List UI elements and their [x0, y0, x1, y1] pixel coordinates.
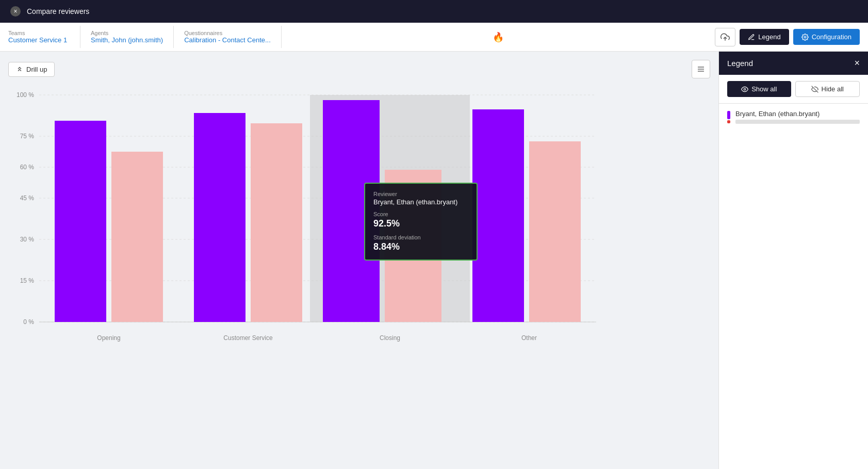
legend-items: Bryant, Ethan (ethan.bryant)	[719, 104, 868, 469]
show-all-button[interactable]: Show all	[727, 81, 791, 97]
bar-customer-pink[interactable]	[251, 123, 302, 322]
svg-text:Customer Service: Customer Service	[223, 334, 273, 342]
bar-chart: 100 % 75 % 60 % 45 % 30 % 15 % 0 % Openi…	[8, 85, 607, 374]
svg-text:Closing: Closing	[380, 334, 400, 342]
legend-swatch-red	[727, 120, 730, 123]
legend-item-sub-bar	[735, 120, 860, 124]
chart-container: 100 % 75 % 60 % 45 % 30 % 15 % 0 % Openi…	[8, 85, 710, 455]
agents-label: Agents	[91, 30, 163, 36]
svg-text:15 %: 15 %	[20, 277, 35, 284]
svg-point-1	[804, 36, 806, 38]
legend-item: Bryant, Ethan (ethan.bryant)	[727, 110, 860, 124]
teams-label: Teams	[8, 30, 70, 36]
legend-item-name: Bryant, Ethan (ethan.bryant)	[735, 110, 860, 118]
svg-point-24	[744, 88, 746, 90]
svg-text:30 %: 30 %	[20, 236, 35, 243]
close-button[interactable]: ×	[10, 6, 21, 17]
svg-text:45 %: 45 %	[20, 195, 35, 202]
legend-header: Legend ×	[719, 52, 868, 75]
hide-all-label: Hide all	[822, 85, 844, 93]
upload-button[interactable]	[715, 28, 735, 46]
bar-closing-purple[interactable]	[323, 100, 380, 322]
svg-text:100 %: 100 %	[17, 91, 34, 99]
main-content: Drill up 100 %	[0, 52, 868, 469]
show-all-label: Show all	[751, 85, 777, 93]
title-bar-title: Compare reviewers	[27, 7, 89, 15]
list-view-button[interactable]	[692, 60, 710, 78]
chart-area: Drill up 100 %	[0, 52, 718, 469]
bar-opening-pink[interactable]	[111, 152, 163, 322]
filter-bar-actions: Legend Configuration	[715, 28, 860, 46]
svg-text:0 %: 0 %	[23, 318, 34, 326]
filter-bar: Teams Customer Service 1 Agents Smith, J…	[0, 23, 868, 52]
filter-fire-icon[interactable]: 🔥	[484, 31, 512, 43]
legend-color-bar	[727, 111, 730, 123]
questionnaires-label: Questionnaires	[184, 30, 271, 36]
legend-close-button[interactable]: ×	[854, 58, 860, 69]
questionnaires-filter[interactable]: Questionnaires Calibration - Contact Cen…	[174, 26, 282, 48]
bar-other-pink[interactable]	[529, 141, 581, 322]
svg-text:60 %: 60 %	[20, 164, 35, 171]
bar-customer-purple[interactable]	[194, 113, 245, 322]
svg-text:Opening: Opening	[97, 334, 120, 342]
svg-text:Other: Other	[521, 334, 537, 342]
teams-filter[interactable]: Teams Customer Service 1	[8, 26, 80, 48]
bar-other-purple[interactable]	[472, 109, 524, 322]
configuration-button[interactable]: Configuration	[793, 29, 860, 45]
hide-all-button[interactable]: Hide all	[795, 81, 860, 97]
agents-filter[interactable]: Agents Smith, John (john.smith)	[80, 26, 174, 48]
legend-item-content: Bryant, Ethan (ethan.bryant)	[735, 110, 860, 124]
chart-toolbar: Drill up	[8, 60, 710, 78]
bar-opening-purple[interactable]	[55, 121, 106, 322]
legend-button[interactable]: Legend	[740, 29, 789, 45]
legend-title: Legend	[727, 59, 753, 68]
teams-value[interactable]: Customer Service 1	[8, 36, 70, 44]
legend-panel: Legend × Show all Hide all	[718, 52, 868, 469]
drill-up-button[interactable]: Drill up	[8, 62, 55, 77]
questionnaires-value[interactable]: Calibration - Contact Cente...	[184, 36, 271, 44]
title-bar: × Compare reviewers	[0, 0, 868, 23]
agents-value[interactable]: Smith, John (john.smith)	[91, 36, 163, 44]
svg-text:75 %: 75 %	[20, 133, 35, 140]
bar-closing-pink[interactable]	[385, 170, 441, 322]
legend-swatch-purple	[727, 111, 730, 119]
legend-actions: Show all Hide all	[719, 75, 868, 104]
